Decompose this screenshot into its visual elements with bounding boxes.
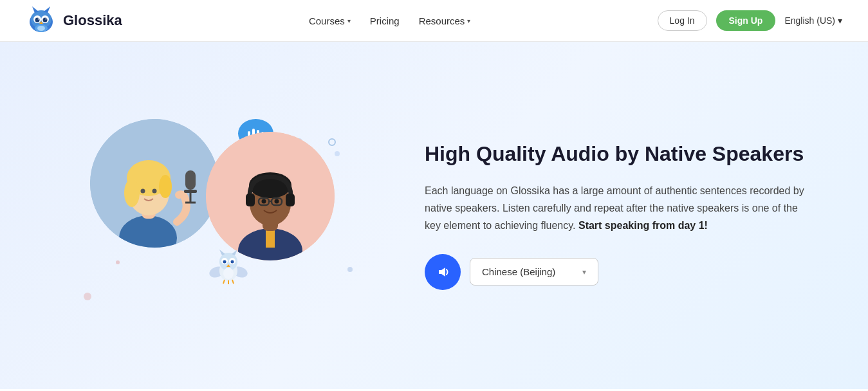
svg-point-52 (231, 260, 234, 264)
nav-links: Courses ▾ Pricing Resources ▾ (309, 15, 470, 26)
svg-point-9 (46, 19, 47, 20)
svg-point-7 (43, 18, 48, 23)
svg-point-8 (38, 19, 39, 20)
svg-line-55 (223, 280, 225, 284)
nav-pricing[interactable]: Pricing (370, 15, 400, 26)
hero-section: High Quality Audio by Native Speakers Ea… (0, 42, 868, 389)
logo-text: Glossika (63, 12, 122, 29)
decorative-dot-5 (347, 267, 353, 272)
main-nav: Glossika Courses ▾ Pricing Resources ▾ L… (0, 0, 868, 42)
hero-illustration (51, 100, 386, 331)
male-speaker-svg (206, 132, 335, 260)
svg-marker-3 (44, 6, 50, 13)
hero-description: Each language on Glossika has a large am… (425, 182, 817, 235)
audio-row: Chinese (Beijing) ▾ (425, 254, 817, 290)
glossika-logo-icon (26, 5, 57, 36)
svg-point-37 (275, 199, 279, 204)
nav-resources[interactable]: Resources ▾ (419, 15, 471, 26)
svg-rect-23 (184, 190, 197, 193)
svg-line-57 (232, 280, 234, 284)
svg-point-20 (141, 189, 145, 194)
nav-actions: Log In Sign Up English (US) ▾ (658, 10, 842, 31)
language-dropdown[interactable]: Chinese (Beijing) ▾ (470, 258, 598, 286)
svg-point-12 (37, 26, 45, 31)
svg-rect-22 (185, 170, 196, 190)
svg-marker-2 (32, 6, 39, 13)
male-speaker-circle (206, 132, 335, 260)
decorative-dot-3 (116, 260, 120, 264)
svg-point-54 (223, 268, 234, 279)
lang-chevron-icon: ▾ (838, 15, 842, 26)
svg-rect-42 (286, 194, 295, 206)
signup-button[interactable]: Sign Up (716, 10, 776, 31)
decorative-ring-2 (328, 138, 336, 146)
nav-courses[interactable]: Courses ▾ (309, 15, 351, 26)
courses-chevron-icon: ▾ (347, 17, 351, 24)
female-speaker-svg (90, 119, 219, 248)
svg-point-19 (159, 175, 172, 198)
dropdown-arrow-icon: ▾ (582, 268, 586, 277)
play-audio-button[interactable] (425, 254, 461, 290)
svg-point-6 (35, 18, 40, 23)
svg-rect-32 (266, 228, 275, 248)
svg-marker-58 (439, 268, 445, 277)
hero-content: High Quality Audio by Native Speakers Ea… (425, 141, 817, 289)
resources-chevron-icon: ▾ (467, 17, 470, 24)
svg-point-21 (152, 189, 157, 194)
login-button[interactable]: Log In (658, 10, 707, 31)
logo[interactable]: Glossika (26, 5, 122, 36)
hero-title: High Quality Audio by Native Speakers (425, 141, 817, 168)
svg-point-18 (124, 179, 140, 207)
svg-rect-41 (246, 194, 255, 206)
owl-mascot-svg (209, 248, 248, 286)
language-selector[interactable]: English (US) ▾ (784, 15, 842, 26)
selected-language: Chinese (Beijing) (482, 266, 555, 277)
decorative-dot-4 (84, 293, 91, 300)
female-speaker-circle (90, 119, 219, 248)
decorative-dot-2 (335, 151, 340, 156)
svg-point-51 (223, 260, 226, 264)
play-icon (436, 266, 449, 278)
owl-mascot (209, 248, 248, 286)
svg-point-36 (262, 199, 266, 204)
